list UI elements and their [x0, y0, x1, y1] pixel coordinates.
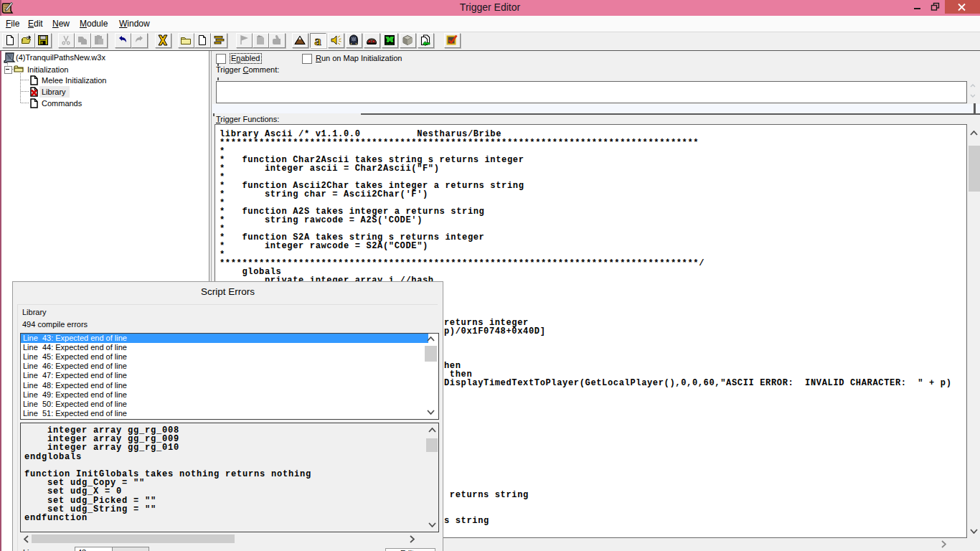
- svg-text:a: a: [314, 34, 321, 46]
